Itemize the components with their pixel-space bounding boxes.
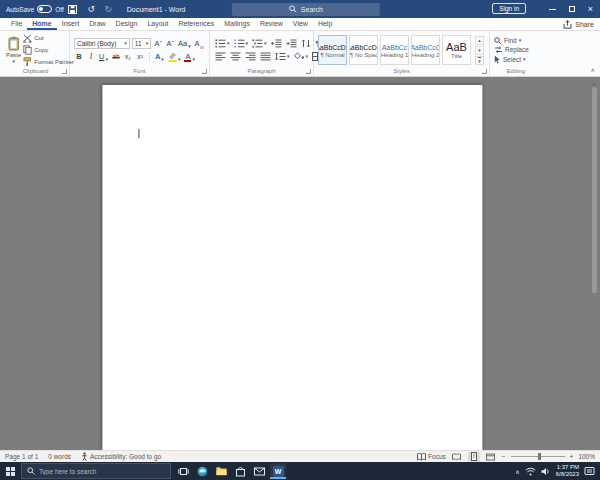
font-color-button[interactable]: A ▾ <box>183 51 196 62</box>
style-heading-2[interactable]: AaBbCcC Heading 2 <box>411 35 440 65</box>
redo-button[interactable]: ↻ <box>102 0 115 18</box>
collapse-ribbon-icon[interactable]: ∧ <box>591 66 595 73</box>
clipboard-dialog-launcher[interactable] <box>62 69 67 74</box>
grow-font-button[interactable]: Aˆ <box>153 38 163 49</box>
change-case-button[interactable]: Aa▾ <box>177 38 191 49</box>
tab-home[interactable]: Home <box>27 18 56 30</box>
web-layout-button[interactable] <box>485 452 497 462</box>
align-center-button[interactable] <box>229 51 242 62</box>
italic-button[interactable]: I <box>86 51 96 62</box>
paste-button[interactable]: Paste ▾ <box>6 36 21 64</box>
file-explorer-button[interactable] <box>213 463 229 479</box>
print-layout-button[interactable] <box>468 452 480 462</box>
style-title[interactable]: AaB Title <box>442 35 471 65</box>
tab-references[interactable]: References <box>173 18 219 30</box>
multilevel-list-button[interactable]: ▾ <box>251 38 268 49</box>
shading-button[interactable]: ▾ <box>293 51 310 62</box>
autosave-toggle[interactable]: AutoSave Off <box>6 5 64 13</box>
style-normal[interactable]: AaBbCcDd ¶ Normal <box>318 35 347 65</box>
align-left-button[interactable] <box>214 51 227 62</box>
style-no-spacing[interactable]: AaBbCcDd ¶ No Spac... <box>349 35 378 65</box>
tab-design[interactable]: Design <box>111 18 143 30</box>
style-heading-1[interactable]: AaBbCc Heading 1 <box>380 35 409 65</box>
mail-button[interactable] <box>251 463 267 479</box>
line-spacing-button[interactable]: ▾ <box>274 51 291 62</box>
taskbar-time: 1:37 PM <box>557 464 579 472</box>
sign-in-button[interactable]: Sign in <box>492 3 526 14</box>
numbering-button[interactable]: ▾ <box>233 38 250 49</box>
font-dialog-launcher[interactable] <box>202 69 207 74</box>
task-view-button[interactable] <box>175 463 191 479</box>
maximize-button[interactable] <box>562 0 581 18</box>
underline-button[interactable]: U▾ <box>98 51 109 62</box>
zoom-in-button[interactable]: + <box>570 453 574 460</box>
paragraph-dialog-launcher[interactable] <box>306 69 311 74</box>
bullets-button[interactable]: ▾ <box>214 38 231 49</box>
text-effects-button[interactable]: A▾ <box>154 51 165 62</box>
tab-layout[interactable]: Layout <box>142 18 173 30</box>
scrollbar-thumb[interactable] <box>592 87 597 293</box>
vertical-scrollbar[interactable]: ▴ <box>590 80 598 447</box>
minimize-button[interactable] <box>543 0 562 18</box>
close-button[interactable]: × <box>581 0 600 18</box>
highlight-button[interactable]: ▾ <box>167 51 182 62</box>
styles-scroll-up-button[interactable]: ▴ <box>475 36 484 45</box>
bold-button[interactable]: B <box>74 51 84 62</box>
tab-help[interactable]: Help <box>313 18 337 30</box>
clear-formatting-button[interactable]: A <box>193 38 205 49</box>
tray-expand-button[interactable]: ∧ <box>515 468 519 475</box>
styles-scroll-down-button[interactable]: ▾ <box>475 46 484 55</box>
store-button[interactable] <box>232 463 248 479</box>
speaker-icon[interactable] <box>541 467 551 476</box>
font-size-combo[interactable]: 11 ▾ <box>132 38 151 49</box>
search-box[interactable]: Search <box>232 3 380 16</box>
change-case-dropdown-icon: ▾ <box>188 44 191 49</box>
superscript-button[interactable]: x² <box>135 51 145 62</box>
action-center-icon[interactable] <box>584 466 595 477</box>
select-button[interactable]: Select ▾ <box>494 55 529 64</box>
word-count[interactable]: 0 words <box>48 453 71 460</box>
copy-button[interactable]: Copy <box>23 45 74 55</box>
scroll-up-icon[interactable]: ▴ <box>593 80 596 86</box>
tab-review[interactable]: Review <box>255 18 288 30</box>
tab-insert[interactable]: Insert <box>57 18 85 30</box>
align-right-button[interactable] <box>244 51 257 62</box>
start-button[interactable] <box>0 462 21 480</box>
zoom-slider-thumb[interactable] <box>538 453 541 460</box>
styles-dialog-launcher[interactable] <box>482 69 487 74</box>
format-painter-button[interactable]: Format Painter <box>23 57 74 67</box>
taskbar-search[interactable] <box>21 463 171 479</box>
edge-button[interactable] <box>194 463 210 479</box>
sort-button[interactable] <box>300 38 313 49</box>
taskbar-clock[interactable]: 1:37 PM 6/8/2023 <box>556 464 579 479</box>
word-taskbar-button[interactable]: W <box>270 463 286 479</box>
undo-button[interactable]: ↺ <box>85 0 98 18</box>
focus-button[interactable]: Focus <box>417 453 446 461</box>
font-name-combo[interactable]: Calibri (Body) ▾ <box>74 38 130 49</box>
zoom-out-button[interactable]: − <box>502 453 506 460</box>
decrease-indent-button[interactable] <box>270 38 283 49</box>
document-page[interactable] <box>102 85 482 450</box>
zoom-level[interactable]: 100% <box>578 453 595 460</box>
shrink-font-button[interactable]: Aˇ <box>165 38 175 49</box>
wifi-icon[interactable] <box>525 467 536 476</box>
zoom-slider[interactable] <box>511 456 565 457</box>
read-mode-button[interactable] <box>451 452 463 462</box>
find-button[interactable]: Find ▾ <box>494 37 529 45</box>
page-indicator[interactable]: Page 1 of 1 <box>5 453 38 460</box>
share-button[interactable]: Share <box>563 20 594 30</box>
tab-view[interactable]: View <box>288 18 313 30</box>
increase-indent-button[interactable] <box>285 38 298 49</box>
save-button[interactable] <box>68 5 81 14</box>
justify-button[interactable] <box>259 51 272 62</box>
styles-more-button[interactable]: ▾ <box>475 56 484 65</box>
strikethrough-button[interactable]: ab <box>111 51 121 62</box>
tab-mailings[interactable]: Mailings <box>219 18 255 30</box>
taskbar-search-input[interactable] <box>39 468 151 475</box>
accessibility-status[interactable]: Accessibility: Good to go <box>81 452 161 461</box>
tab-file[interactable]: File <box>6 18 27 30</box>
replace-button[interactable]: Replace <box>494 46 529 54</box>
tab-draw[interactable]: Draw <box>84 18 110 30</box>
cut-button[interactable]: Cut <box>23 34 74 43</box>
subscript-button[interactable]: x₂ <box>123 51 133 62</box>
